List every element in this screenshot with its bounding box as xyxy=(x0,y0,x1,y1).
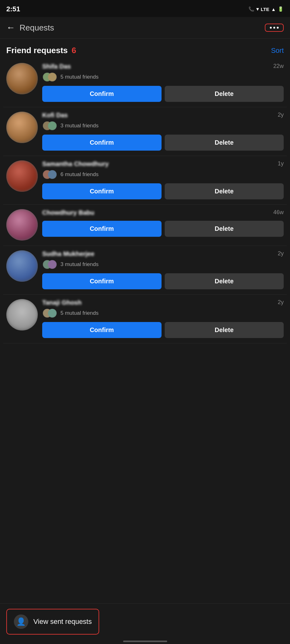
request-time: 2y xyxy=(278,250,284,257)
request-item: Shifa Das 22w 5 mutual friends Confirm D xyxy=(3,58,287,107)
status-time: 2:51 xyxy=(6,5,20,13)
delete-button[interactable]: Delete xyxy=(165,322,284,338)
header-left: ← Requests xyxy=(6,23,54,33)
avatar xyxy=(6,112,38,143)
request-info: Shifa Das 22w 5 mutual friends Confirm D xyxy=(42,63,284,102)
action-buttons: Confirm Delete xyxy=(42,221,284,237)
mutual-avatars xyxy=(42,121,55,131)
confirm-button[interactable]: Confirm xyxy=(42,135,162,151)
request-info: Chowdhury Babu 46w Confirm Delete xyxy=(42,209,284,237)
mutual-text: 3 mutual friends xyxy=(60,261,99,268)
section-title-container: Friend requests 6 xyxy=(6,46,76,55)
mutual-avatars xyxy=(42,259,55,269)
sort-button[interactable]: Sort xyxy=(271,47,284,55)
mutual-text: 5 mutual friends xyxy=(60,310,99,316)
request-name: Shifa Das xyxy=(42,63,71,70)
avatar-container xyxy=(6,63,38,94)
view-sent-label: View sent requests xyxy=(33,618,92,626)
more-menu-button[interactable] xyxy=(265,24,284,32)
delete-button[interactable]: Delete xyxy=(165,273,284,289)
sent-icon-container: 👤 xyxy=(14,614,28,629)
request-name: Kofi Das xyxy=(42,112,68,119)
request-name-row: Chowdhury Babu 46w xyxy=(42,209,284,216)
request-item: Kofi Das 2y 3 mutual friends Confirm Del xyxy=(3,107,287,156)
request-item: Samantha Chowdhury 1y 6 mutual friends C… xyxy=(3,156,287,205)
avatar xyxy=(6,299,38,330)
status-bar: 2:51 📞 ▾ LTE ▲ 🔋 xyxy=(0,0,290,17)
avatar-container xyxy=(6,250,38,282)
avatar-container xyxy=(6,160,38,192)
delete-button[interactable]: Delete xyxy=(165,86,284,102)
mutual-text: 6 mutual friends xyxy=(60,171,99,178)
request-item: Tanaji Ghosh 2y 5 mutual friends Confirm xyxy=(3,295,287,343)
signal-icon: ▲ xyxy=(271,7,276,12)
request-name: Tanaji Ghosh xyxy=(42,299,82,306)
request-time: 22w xyxy=(273,63,284,69)
page-title: Requests xyxy=(20,23,54,33)
request-name-row: Tanaji Ghosh 2y xyxy=(42,299,284,306)
mutual-text: 5 mutual friends xyxy=(60,74,99,80)
request-info: Kofi Das 2y 3 mutual friends Confirm Del xyxy=(42,112,284,151)
battery-icon: 🔋 xyxy=(278,6,284,12)
delete-button[interactable]: Delete xyxy=(165,135,284,151)
avatar xyxy=(6,160,38,192)
request-name-row: Samantha Chowdhury 1y xyxy=(42,160,284,168)
avatar xyxy=(6,209,38,241)
request-item: Sudha Mukherjee 2y 3 mutual friends Conf… xyxy=(3,246,287,295)
avatar-container xyxy=(6,209,38,241)
action-buttons: Confirm Delete xyxy=(42,322,284,338)
request-name: Samantha Chowdhury xyxy=(42,160,109,168)
request-info: Samantha Chowdhury 1y 6 mutual friends C… xyxy=(42,160,284,199)
mutual-avatars xyxy=(42,308,55,318)
request-time: 2y xyxy=(278,112,284,118)
section-count: 6 xyxy=(72,46,76,55)
confirm-button[interactable]: Confirm xyxy=(42,221,162,237)
request-time: 1y xyxy=(278,160,284,167)
mutual-friends: 3 mutual friends xyxy=(42,259,284,269)
mutual-text: 3 mutual friends xyxy=(60,123,99,129)
request-name: Chowdhury Babu xyxy=(42,209,94,216)
mutual-friends: 5 mutual friends xyxy=(42,308,284,318)
confirm-button[interactable]: Confirm xyxy=(42,86,162,102)
action-buttons: Confirm Delete xyxy=(42,86,284,102)
mutual-friends: 6 mutual friends xyxy=(42,169,284,180)
request-info: Tanaji Ghosh 2y 5 mutual friends Confirm xyxy=(42,299,284,338)
delete-button[interactable]: Delete xyxy=(165,183,284,199)
person-add-icon: 👤 xyxy=(16,617,26,626)
delete-button[interactable]: Delete xyxy=(165,221,284,237)
header: ← Requests xyxy=(0,17,290,39)
bottom-bar: 👤 View sent requests xyxy=(0,603,290,644)
avatar xyxy=(6,63,38,94)
section-header: Friend requests 6 Sort xyxy=(0,39,290,58)
request-name-row: Sudha Mukherjee 2y xyxy=(42,250,284,258)
request-name-row: Kofi Das 2y xyxy=(42,112,284,119)
status-icons: 📞 ▾ LTE ▲ 🔋 xyxy=(248,6,284,12)
back-button[interactable]: ← xyxy=(6,23,15,33)
request-info: Sudha Mukherjee 2y 3 mutual friends Conf… xyxy=(42,250,284,289)
mutual-friends: 5 mutual friends xyxy=(42,72,284,82)
avatar-container xyxy=(6,112,38,143)
action-buttons: Confirm Delete xyxy=(42,135,284,151)
request-name-row: Shifa Das 22w xyxy=(42,63,284,70)
dot-2 xyxy=(273,27,275,29)
confirm-button[interactable]: Confirm xyxy=(42,183,162,199)
avatar xyxy=(6,250,38,282)
lte-icon: LTE xyxy=(261,7,269,12)
dot-3 xyxy=(277,27,279,29)
mutual-avatars xyxy=(42,72,55,82)
mutual-avatars xyxy=(42,169,55,180)
action-buttons: Confirm Delete xyxy=(42,183,284,199)
wifi-icon: ▾ xyxy=(256,6,259,12)
view-sent-requests-button[interactable]: 👤 View sent requests xyxy=(6,609,99,635)
section-title: Friend requests xyxy=(6,46,68,55)
avatar-container xyxy=(6,299,38,330)
confirm-button[interactable]: Confirm xyxy=(42,273,162,289)
phone-icon: 📞 xyxy=(248,6,254,12)
request-name: Sudha Mukherjee xyxy=(42,250,94,258)
requests-list: Shifa Das 22w 5 mutual friends Confirm D xyxy=(0,58,290,343)
dot-1 xyxy=(270,27,272,29)
request-time: 2y xyxy=(278,299,284,306)
home-indicator xyxy=(123,641,167,642)
mutual-friends: 3 mutual friends xyxy=(42,121,284,131)
confirm-button[interactable]: Confirm xyxy=(42,322,162,338)
